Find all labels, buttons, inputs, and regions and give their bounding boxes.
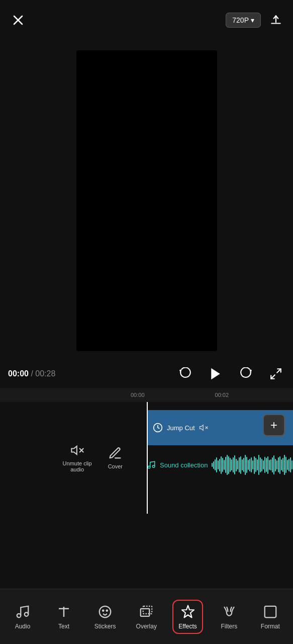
toolbar-item-audio[interactable]: Audio (8, 600, 38, 634)
top-right-controls: 720P ▾ (226, 11, 285, 29)
overlay-icon (139, 604, 154, 619)
stickers-label: Stickers (94, 623, 116, 630)
playback-buttons (176, 365, 285, 383)
audio-label: Audio (15, 623, 31, 630)
bottom-toolbar: Audio Text Stickers (0, 589, 293, 644)
fullscreen-button[interactable] (267, 365, 285, 383)
top-bar: 720P ▾ (0, 0, 293, 40)
svg-point-16 (25, 612, 29, 616)
text-icon (56, 604, 71, 619)
timeline-ruler: 00:00 00:02 (0, 388, 293, 402)
svg-line-4 (277, 369, 281, 373)
audio-icon-wrapper (15, 604, 31, 620)
stickers-icon (97, 604, 113, 619)
quality-button[interactable]: 720P ▾ (226, 13, 261, 28)
svg-rect-24 (265, 606, 276, 617)
effects-icon (180, 604, 196, 619)
undo-button[interactable] (176, 365, 194, 383)
add-track-label: + (270, 418, 277, 432)
svg-rect-22 (141, 608, 150, 616)
redo-button[interactable] (237, 365, 255, 383)
dropdown-arrow: ▾ (251, 16, 254, 24)
cover-label: Cover (108, 463, 123, 469)
toolbar-item-filters[interactable]: Filters (214, 600, 244, 634)
format-icon-wrapper (262, 604, 278, 620)
svg-rect-23 (143, 606, 152, 613)
audio-icon (15, 604, 30, 619)
svg-marker-10 (200, 425, 203, 431)
svg-marker-3 (211, 368, 220, 380)
timeline-area: 00:00 00:02 Unmute clipaudio Cover (0, 388, 293, 514)
stickers-icon-wrapper (97, 604, 113, 620)
cover-button[interactable]: Cover (108, 446, 123, 469)
unmute-clip-button[interactable]: Unmute clipaudio (63, 443, 92, 472)
overlay-icon-wrapper (138, 604, 154, 620)
svg-point-20 (103, 610, 104, 611)
sound-track[interactable]: Sound collection (147, 452, 293, 477)
filters-label: Filters (221, 623, 237, 630)
close-button[interactable] (8, 10, 28, 30)
mute-icon (199, 423, 208, 432)
time-divider: / (31, 369, 35, 378)
unmute-label: Unmute clipaudio (63, 460, 92, 472)
cover-icon (108, 446, 122, 460)
playhead (147, 402, 148, 514)
play-button[interactable] (207, 365, 225, 383)
format-icon (263, 604, 278, 619)
svg-point-21 (107, 610, 108, 611)
time-display: 00:00 / 00:28 (8, 369, 55, 378)
ruler-mark-2: 00:02 (215, 392, 229, 398)
timeline-left-tools: Unmute clipaudio Cover (0, 402, 131, 514)
toolbar-item-format[interactable]: Format (255, 600, 285, 634)
music-icon (147, 460, 156, 469)
clip-label: Jump Cut (167, 424, 195, 432)
effects-label: Effects (178, 623, 197, 630)
redo-icon (239, 367, 252, 380)
unmute-icon (70, 443, 84, 457)
ruler-mark-0: 00:00 (131, 392, 145, 398)
text-label: Text (58, 623, 69, 630)
toolbar-item-text[interactable]: Text (49, 600, 79, 634)
close-icon (12, 14, 24, 26)
effects-icon-wrapper (180, 604, 196, 620)
export-button[interactable] (267, 11, 285, 29)
play-icon (208, 366, 223, 381)
svg-point-15 (17, 613, 21, 617)
toolbar-item-overlay[interactable]: Overlay (131, 600, 161, 634)
quality-label: 720P (232, 16, 249, 24)
toolbar-item-effects[interactable]: Effects (172, 600, 203, 634)
video-preview (76, 50, 217, 351)
timeline-content: Unmute clipaudio Cover Jump Cut (0, 402, 293, 514)
playback-controls: 00:00 / 00:28 (0, 360, 293, 388)
waveform (212, 455, 293, 475)
svg-point-14 (152, 465, 155, 468)
svg-line-5 (271, 375, 275, 379)
jump-cut-icon (153, 423, 163, 433)
total-time: 00:28 (35, 369, 55, 378)
text-icon-wrapper (56, 604, 72, 620)
current-time: 00:00 (8, 369, 29, 378)
fullscreen-icon (269, 367, 282, 380)
export-icon (269, 14, 282, 27)
overlay-label: Overlay (136, 623, 157, 630)
svg-marker-6 (71, 446, 77, 454)
svg-point-13 (148, 466, 150, 468)
toolbar-item-stickers[interactable]: Stickers (90, 600, 120, 634)
sound-label: Sound collection (160, 461, 208, 469)
format-label: Format (261, 623, 280, 630)
add-track-button[interactable]: + (263, 414, 285, 436)
filters-icon-wrapper (221, 604, 237, 620)
filters-icon (222, 604, 237, 619)
svg-point-19 (100, 606, 111, 617)
undo-icon (179, 367, 192, 380)
